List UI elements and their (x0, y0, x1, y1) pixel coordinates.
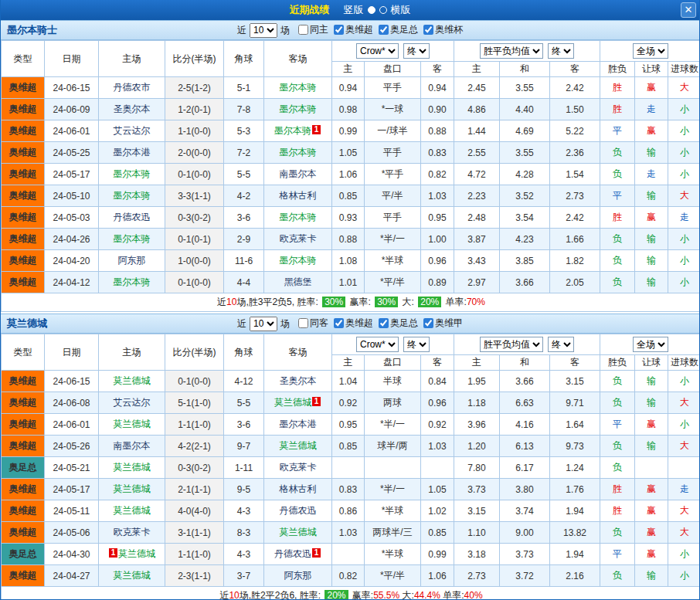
home-odds: 0.83 (332, 479, 365, 500)
match-row: 奥维超24-04-12墨尔本骑0-1(0-0)4-4黑德堡1.01*平/半0.8… (2, 272, 700, 293)
filter-checkbox[interactable]: 奥足总 (379, 317, 418, 330)
goals-result: 小 (668, 250, 700, 272)
avg-type-select[interactable]: 胜平负均值 (480, 337, 543, 352)
header-handicap-result: 让球 (635, 355, 668, 371)
header-score: 比分(半场) (165, 334, 224, 371)
team-label: 墨尔本骑 (280, 255, 317, 266)
checkbox-input[interactable] (379, 318, 389, 328)
away-odds: 0.92 (421, 414, 454, 436)
result-wdl: 负 (600, 142, 635, 164)
away-team: 莫兰德城 (264, 522, 332, 544)
home-odds: 0.92 (332, 392, 365, 414)
team-label: 欧克莱卡 (280, 462, 317, 473)
odds-company-select[interactable]: Crow* (356, 43, 399, 59)
league-type: 奥维超 (2, 250, 45, 272)
avg-type-select[interactable]: 胜平负均值 (480, 43, 543, 59)
horizontal-layout-radio[interactable] (379, 6, 387, 14)
games-count-select[interactable]: 10 (250, 317, 277, 331)
header-date: 日期 (45, 41, 99, 77)
games-count-select[interactable]: 10 (250, 23, 277, 38)
handicap-result: 赢 (635, 522, 668, 544)
filter-checkbox[interactable]: 奥维甲 (423, 317, 463, 330)
scope-select[interactable]: 全场 (633, 337, 668, 352)
filter-checkbox[interactable]: 奥维超 (334, 317, 373, 330)
home-team: 莫兰德城 (99, 500, 165, 522)
header-avg-win: 主 (454, 355, 500, 371)
league-type: 奥维超 (2, 164, 45, 185)
odds-time-select[interactable]: 终 (403, 43, 430, 59)
avg-time-select[interactable]: 终 (548, 337, 574, 352)
team-label: 圣奥尔本 (280, 375, 317, 386)
team-label: 阿东那 (118, 255, 146, 266)
filter-checkbox[interactable]: 奥足总 (379, 23, 418, 36)
team-label: 莫兰德城 (114, 570, 151, 581)
team-label: 莫兰德城 (114, 505, 151, 516)
avg-draw: 4.69 (500, 120, 550, 142)
team-label: 南墨尔本 (114, 440, 151, 451)
filter-checkbox[interactable]: 同主 (298, 23, 328, 36)
handicap-line: *半球 (365, 500, 421, 522)
close-button[interactable]: ✕ (681, 2, 696, 18)
odds-time-select[interactable]: 终 (403, 337, 430, 352)
score-halftime: 1-1(1-0) (165, 544, 224, 565)
goals-result: 大 (668, 500, 700, 522)
home-team: 莫兰德城 (99, 414, 165, 436)
filter-checkbox[interactable]: 奥维杯 (423, 23, 463, 36)
avg-time-select[interactable]: 终 (548, 43, 574, 59)
checkbox-input[interactable] (334, 25, 344, 35)
header-handicap: 盘口 (365, 355, 421, 371)
avg-draw: 4.40 (500, 99, 550, 120)
scope-select[interactable]: 全场 (633, 43, 668, 59)
home-team: 莫兰德城 (99, 371, 165, 392)
match-row: 奥维超24-05-06欧克莱卡3-1(1-1)8-3莫兰德城1.03两球半/三0… (2, 522, 700, 544)
avg-win: 1.44 (454, 120, 500, 142)
handicap-line: *一球 (365, 99, 421, 120)
corner-score: 3-7 (224, 565, 264, 587)
home-odds: 1.04 (332, 371, 365, 392)
match-date: 24-05-21 (45, 457, 99, 479)
handicap-result: 输 (635, 142, 668, 164)
league-type: 奥维超 (2, 392, 45, 414)
header-odds-away: 客 (421, 355, 454, 371)
away-team: 欧克莱卡 (264, 457, 332, 479)
checkbox-input[interactable] (379, 25, 389, 35)
league-type: 奥维超 (2, 500, 45, 522)
away-team: 黑德堡 (264, 272, 332, 293)
horizontal-layout-label[interactable]: 横版 (391, 3, 411, 17)
avg-draw: 4.16 (500, 414, 550, 436)
away-team: 南墨尔本 (264, 164, 332, 185)
home-team: 南墨尔本 (99, 436, 165, 457)
header-avg-lose: 客 (550, 355, 600, 371)
home-odds: 0.85 (332, 436, 365, 457)
league-type: 奥维超 (2, 436, 45, 457)
team-label: 墨尔本港 (114, 147, 151, 158)
vertical-layout-radio[interactable] (368, 6, 375, 14)
corner-score: 7-2 (224, 142, 264, 164)
handicap-result: 输 (635, 436, 668, 457)
results-body: 奥维超24-06-15莫兰德城0-1(0-0)4-12圣奥尔本1.04半球0.8… (2, 371, 700, 587)
footer-text: 场,胜3平2负5, 胜率: (236, 297, 321, 307)
stats-summary: 近10场,胜2平2负6, 胜率: 20% 赢率:55.5% 大:44.4% 单率… (2, 587, 700, 600)
checkbox-input[interactable] (334, 318, 344, 328)
match-row: 奥维超24-06-15丹德农市2-5(1-2)5-1墨尔本骑0.94平手0.94… (2, 77, 700, 99)
goals-result: 小 (668, 164, 700, 185)
vertical-layout-label[interactable]: 竖版 (344, 3, 364, 17)
avg-draw: 3.55 (500, 77, 550, 99)
red-card-badge: 1 (312, 397, 321, 406)
avg-lose: 1.94 (550, 544, 600, 565)
filter-checkbox[interactable]: 奥维超 (334, 23, 373, 36)
filter-checkbox[interactable]: 同客 (298, 317, 328, 330)
checkbox-input[interactable] (298, 25, 308, 35)
team-label: 丹德农迅 (280, 505, 317, 516)
checkbox-input[interactable] (298, 318, 308, 328)
handicap-result: 赢 (635, 120, 668, 142)
games-label: 场 (280, 317, 290, 331)
handicap-line: *平手 (365, 164, 421, 185)
score-halftime: 0-1(0-0) (165, 272, 224, 293)
checkbox-input[interactable] (423, 25, 433, 35)
result-wdl: 胜 (600, 99, 635, 120)
odds-company-select[interactable]: Crow* (356, 337, 399, 352)
checkbox-input[interactable] (423, 318, 433, 328)
away-odds: 0.96 (421, 250, 454, 272)
corner-score: 9-7 (224, 436, 264, 457)
